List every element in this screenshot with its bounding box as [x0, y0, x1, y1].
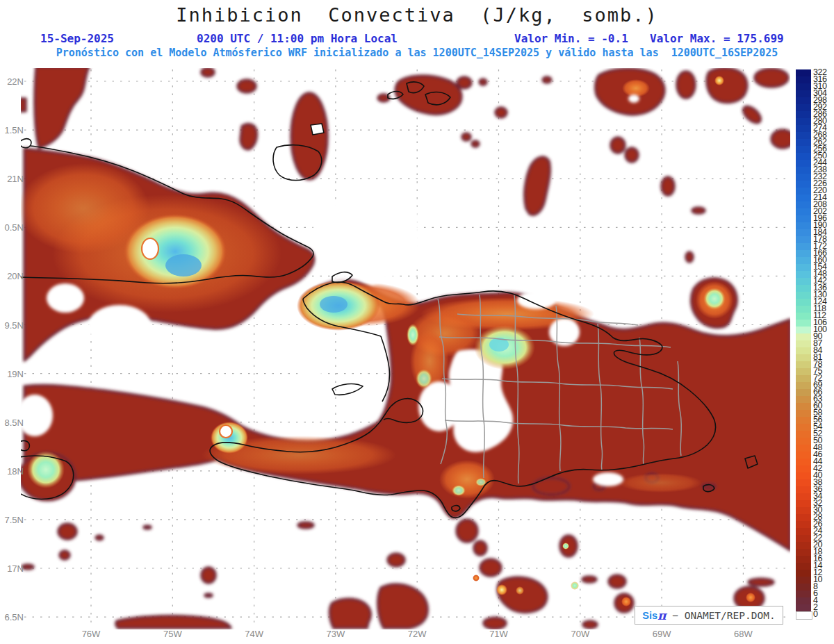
colorbar-swatch	[796, 153, 811, 160]
colorbar-swatch	[796, 479, 811, 486]
attribution-box: Sisπ − ONAMET/REP.DOM.	[635, 606, 783, 625]
attribution-text: − ONAMET/REP.DOM.	[667, 610, 776, 621]
lon-tick-label: 76W	[76, 629, 106, 639]
colorbar-swatch	[796, 535, 811, 542]
colorbar-swatch	[796, 243, 811, 250]
colorbar-swatch	[796, 285, 811, 292]
colorbar-swatch	[796, 584, 811, 591]
colorbar-swatch	[796, 549, 811, 556]
colorbar-swatch	[796, 597, 811, 604]
lon-tick-label: 68W	[728, 629, 758, 639]
colorbar-swatch	[796, 424, 811, 431]
cin-forecast-screen: Inhibicion Convectiva (J/kg, somb.) 15-S…	[0, 0, 834, 644]
colorbar-swatch	[796, 299, 811, 306]
colorbar-swatch	[796, 591, 811, 597]
colorbar-swatch	[796, 90, 811, 97]
lon-tick-label: 73W	[320, 629, 351, 639]
colorbar-swatch	[796, 160, 811, 167]
lat-tick-label: 20N	[0, 271, 24, 281]
colorbar-swatch	[796, 459, 811, 465]
colorbar-swatch	[796, 327, 811, 333]
colorbar-swatch	[796, 118, 811, 125]
colorbar-swatch	[796, 528, 811, 535]
colorbar-swatch	[796, 563, 811, 570]
colorbar-swatch	[796, 403, 811, 410]
colorbar-swatch	[796, 465, 811, 472]
colorbar-swatch	[796, 340, 811, 347]
colorbar-swatch	[796, 389, 811, 396]
colorbar-swatch	[796, 333, 811, 340]
lon-tick-label: 69W	[646, 629, 677, 639]
colorbar-swatch	[796, 69, 811, 76]
lat-tick-label: 1.5N	[0, 125, 24, 135]
lat-tick-label: 9.5N	[0, 320, 24, 331]
colorbar-swatch	[796, 201, 811, 208]
colorbar-swatch	[796, 382, 811, 389]
colorbar-swatch	[796, 556, 811, 563]
colorbar-swatch	[796, 472, 811, 479]
colorbar-swatch	[796, 306, 811, 313]
lon-tick-label: 72W	[402, 629, 432, 639]
colorbar-swatch	[796, 264, 811, 271]
pi-logo-icon: π	[657, 609, 666, 622]
colorbar-tick-label: 0	[813, 611, 834, 618]
colorbar-swatch	[796, 417, 811, 424]
colorbar-swatch	[796, 76, 811, 83]
colorbar-swatch	[796, 229, 811, 236]
colorbar-swatch	[796, 132, 811, 139]
colorbar-swatch	[796, 542, 811, 549]
colorbar-swatch	[796, 236, 811, 243]
colorbar-swatch	[796, 507, 811, 514]
colorbar-swatch	[796, 354, 811, 361]
colorbar-swatch	[796, 188, 811, 195]
colorbar-swatch	[796, 222, 811, 229]
colorbar-swatch	[796, 521, 811, 528]
lat-tick-label: 6.5N	[0, 612, 24, 622]
attribution-brand: Sis	[642, 610, 657, 621]
colorbar-swatch	[796, 97, 811, 104]
colorbar-swatch	[796, 167, 811, 174]
colorbar-swatch	[796, 347, 811, 354]
colorbar-swatch	[796, 361, 811, 368]
lat-tick-label: 19N	[0, 369, 24, 379]
colorbar-swatch	[796, 493, 811, 500]
lat-tick-label: 18N	[0, 466, 24, 477]
colorbar-swatch	[796, 139, 811, 146]
colorbar-swatch	[796, 410, 811, 417]
colorbar-swatch	[796, 313, 811, 320]
colorbar-swatch	[796, 514, 811, 521]
colorbar-swatch	[796, 195, 811, 201]
lat-tick-label: 21N	[0, 174, 24, 184]
colorbar-swatch	[796, 181, 811, 188]
colorbar-swatch	[796, 278, 811, 285]
colorbar-swatch	[796, 257, 811, 264]
lat-tick-label: 0.5N	[0, 222, 24, 233]
colorbar-swatch	[796, 215, 811, 222]
colorbar-swatch	[796, 431, 811, 438]
colorbar-swatch	[796, 111, 811, 118]
colorbar-swatch	[796, 368, 811, 375]
lon-tick-label: 71W	[484, 629, 514, 639]
colorbar-swatch	[796, 438, 811, 445]
lon-tick-label: 70W	[565, 629, 596, 639]
colorbar-swatch	[796, 271, 811, 278]
colorbar-swatch	[796, 570, 811, 577]
colorbar-swatch	[796, 83, 811, 90]
lon-tick-label: 74W	[239, 629, 270, 639]
lat-tick-label: 17N	[0, 563, 24, 574]
lat-tick-label: 8.5N	[0, 418, 24, 428]
colorbar-swatch	[796, 611, 812, 620]
cin-forecast-map	[0, 0, 834, 644]
colorbar-swatch	[796, 375, 811, 382]
colorbar-swatch	[796, 445, 811, 452]
colorbar-swatch	[796, 174, 811, 181]
colorbar-swatch	[796, 292, 811, 299]
colorbar-swatch	[796, 500, 811, 507]
colorbar-swatch	[796, 604, 811, 611]
lat-tick-label: 7.5N	[0, 515, 24, 525]
cin-field	[19, 67, 794, 629]
colorbar-swatch	[796, 486, 811, 493]
lon-tick-label: 75W	[157, 629, 188, 639]
colorbar-swatch	[796, 146, 811, 153]
colorbar-swatch	[796, 320, 811, 327]
